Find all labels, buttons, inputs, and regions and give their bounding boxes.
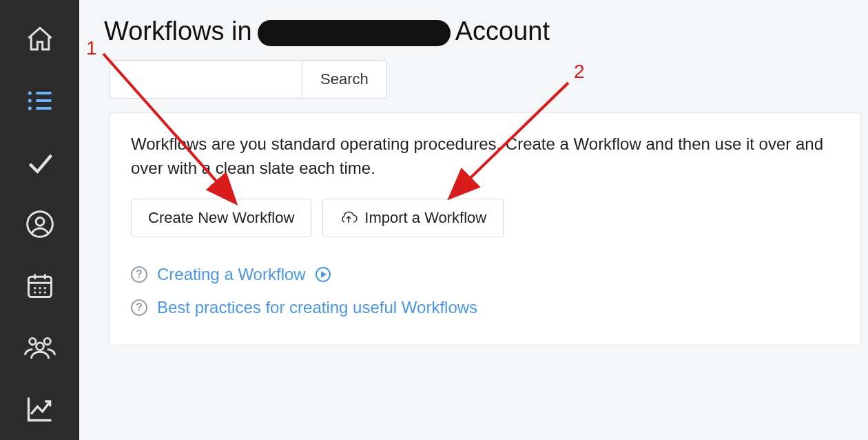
help-icon: ?: [131, 299, 147, 316]
nav-workflows[interactable]: [0, 70, 79, 131]
search-input[interactable]: [110, 60, 302, 99]
action-buttons: Create New Workflow Import a Workflow: [131, 199, 843, 237]
svg-point-14: [43, 287, 45, 289]
play-icon: [316, 267, 331, 282]
workflows-card: Workflows are you standard operating pro…: [110, 112, 860, 346]
svg-point-20: [36, 343, 43, 350]
title-suffix: Account: [449, 17, 550, 46]
svg-point-0: [28, 92, 31, 95]
annotation-1: 1: [86, 37, 97, 59]
help-link-best-practices[interactable]: ? Best practices for creating useful Wor…: [131, 298, 843, 317]
svg-point-7: [36, 217, 44, 226]
svg-point-16: [39, 292, 41, 294]
create-workflow-button[interactable]: Create New Workflow: [131, 199, 311, 237]
team-icon: [23, 332, 57, 363]
svg-point-15: [34, 292, 36, 294]
nav-calendar[interactable]: [0, 255, 79, 317]
title-prefix: Workflows in: [104, 17, 259, 46]
svg-point-19: [44, 338, 50, 344]
list-icon: [25, 86, 55, 116]
svg-point-17: [43, 292, 45, 294]
user-icon: [25, 209, 55, 239]
nav-home[interactable]: [0, 8, 79, 70]
help-link-1-text: Creating a Workflow: [157, 265, 306, 284]
help-link-creating[interactable]: ? Creating a Workflow: [131, 265, 843, 284]
calendar-icon: [25, 270, 55, 301]
import-workflow-button[interactable]: Import a Workflow: [322, 199, 504, 237]
nav-team[interactable]: [0, 317, 79, 378]
main-content: Workflows in Account Search Workflows ar…: [79, 0, 868, 440]
nav-tasks[interactable]: [0, 132, 79, 193]
svg-point-2: [28, 107, 31, 110]
intro-text: Workflows are you standard operating pro…: [131, 132, 843, 181]
nav-analytics[interactable]: [0, 379, 79, 440]
svg-rect-8: [28, 277, 51, 297]
import-label: Import a Workflow: [364, 209, 486, 227]
help-links: ? Creating a Workflow ? Best practices f…: [131, 265, 843, 317]
help-icon: ?: [131, 266, 147, 283]
svg-point-1: [28, 99, 31, 103]
search-button[interactable]: Search: [302, 60, 387, 99]
page-title: Workflows in Account: [104, 17, 550, 46]
cloud-upload-icon: [340, 210, 358, 226]
chart-icon: [25, 394, 55, 424]
svg-point-13: [39, 287, 41, 289]
search-row: Search: [110, 60, 868, 99]
svg-point-18: [29, 338, 35, 344]
help-link-2-text: Best practices for creating useful Workf…: [157, 298, 477, 317]
nav-profile[interactable]: [0, 193, 79, 254]
sidebar: [0, 0, 79, 440]
check-icon: [25, 148, 55, 178]
svg-point-12: [34, 287, 36, 289]
home-icon: [25, 24, 55, 54]
redacted-name: [258, 20, 451, 46]
